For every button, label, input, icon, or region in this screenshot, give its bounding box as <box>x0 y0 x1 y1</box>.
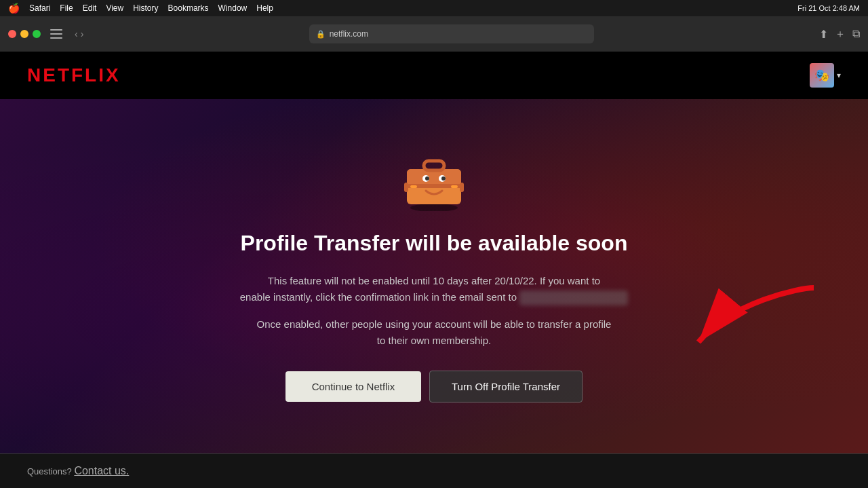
menu-bookmarks[interactable]: Bookmarks <box>168 3 209 13</box>
chevron-down-icon: ▾ <box>837 71 841 80</box>
menu-view[interactable]: View <box>106 3 123 13</box>
close-button[interactable] <box>8 30 16 38</box>
avatar: 🎭 <box>810 63 834 88</box>
address-bar[interactable]: 🔒 netflix.com <box>309 24 594 43</box>
page-title: Profile Transfer will be available soon <box>224 230 644 256</box>
svg-point-8 <box>425 176 429 181</box>
svg-rect-11 <box>460 183 464 192</box>
footer-contact-link[interactable]: Contact us. <box>74 465 129 476</box>
annotation-arrow <box>678 281 827 372</box>
address-bar-container: 🔒 netflix.com <box>90 24 812 43</box>
secondary-text: Once enabled, other people using your ac… <box>224 316 644 349</box>
menu-edit[interactable]: Edit <box>83 3 97 13</box>
content-box: Profile Transfer will be available soon … <box>224 150 644 402</box>
description-text: This feature will not be enabled until 1… <box>224 273 644 305</box>
nav-arrows: ‹ › <box>75 29 83 39</box>
turn-off-profile-transfer-button[interactable]: Turn Off Profile Transfer <box>429 371 583 402</box>
netflix-header: NETFLIX 🎭 ▾ <box>0 52 868 99</box>
new-tab-icon[interactable]: ＋ <box>835 27 846 41</box>
browser-actions: ⬆ ＋ ⧉ <box>819 27 860 41</box>
back-button[interactable]: ‹ <box>75 29 78 39</box>
svg-rect-12 <box>410 185 417 188</box>
lock-icon: 🔒 <box>316 30 326 39</box>
tabs-icon[interactable]: ⧉ <box>852 28 860 40</box>
macos-menubar: 🍎 Safari File Edit View History Bookmark… <box>0 0 868 16</box>
browser-chrome: ‹ › 🔒 netflix.com ⬆ ＋ ⧉ <box>0 16 868 52</box>
netflix-page: NETFLIX 🎭 ▾ <box>0 52 868 488</box>
svg-rect-4 <box>424 161 444 170</box>
menu-window[interactable]: Window <box>218 3 248 13</box>
url-text: netflix.com <box>330 29 368 39</box>
suitcase-illustration <box>224 150 644 211</box>
blurred-email <box>519 290 628 305</box>
menu-file[interactable]: File <box>60 3 73 13</box>
menu-safari[interactable]: Safari <box>29 3 50 13</box>
profile-area[interactable]: 🎭 ▾ <box>810 63 841 88</box>
menubar-right: Fri 21 Oct 2:48 AM <box>797 4 860 12</box>
svg-point-1 <box>410 204 458 211</box>
apple-menu[interactable]: 🍎 <box>8 3 20 14</box>
menubar-left: 🍎 Safari File Edit View History Bookmark… <box>8 3 273 14</box>
buttons-row: Continue to Netflix Turn Off Profile Tra… <box>224 371 644 402</box>
forward-button[interactable]: › <box>81 29 84 39</box>
svg-point-9 <box>441 176 446 181</box>
fullscreen-button[interactable] <box>33 30 41 38</box>
svg-rect-10 <box>404 183 408 192</box>
share-icon[interactable]: ⬆ <box>819 28 828 41</box>
menu-clock: Fri 21 Oct 2:48 AM <box>797 4 860 12</box>
netflix-logo: NETFLIX <box>27 64 121 86</box>
menu-help[interactable]: Help <box>256 3 273 13</box>
menu-history[interactable]: History <box>133 3 158 13</box>
netflix-footer: Questions? Contact us. <box>0 453 868 488</box>
traffic-lights <box>8 30 41 38</box>
main-content: Profile Transfer will be available soon … <box>0 99 868 453</box>
minimize-button[interactable] <box>20 30 28 38</box>
continue-to-netflix-button[interactable]: Continue to Netflix <box>285 371 421 402</box>
footer-questions: Questions? <box>27 466 74 476</box>
svg-rect-13 <box>451 185 458 188</box>
sidebar-toggle[interactable] <box>50 29 62 39</box>
